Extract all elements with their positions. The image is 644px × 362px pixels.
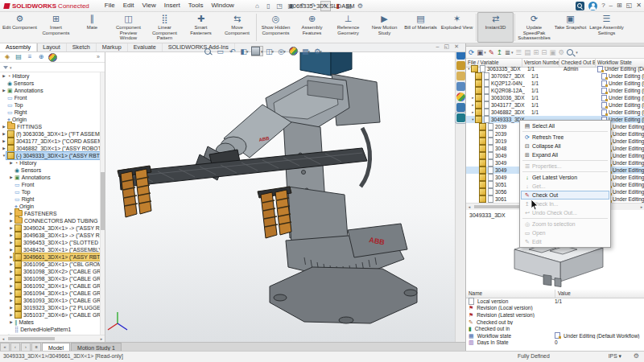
appearances-scenes-tab-icon[interactable]: [456, 93, 465, 101]
zoom-to-area-button[interactable]: ▭: [215, 46, 225, 56]
tree-item[interactable]: ▶3061093_3DX<1> ("CABLE GROMME: [0, 297, 101, 304]
menu-window[interactable]: Window: [207, 0, 237, 11]
tree-item[interactable]: ▶3061096_3DX<1> ("CBL GROMMET F: [0, 261, 101, 268]
end-effector-beam[interactable]: [119, 148, 367, 190]
insert-components-button[interactable]: ⊞Insert Components: [38, 12, 74, 43]
restore-icon[interactable]: ◱: [626, 1, 633, 10]
menu-file[interactable]: File: [101, 0, 119, 11]
search-tool-button[interactable]: ▾: [567, 47, 578, 57]
configurationmanager-tab-icon[interactable]: ≡: [26, 53, 34, 61]
tree-item[interactable]: ⣿DerivedHolePattern1: [0, 326, 101, 333]
tree-item[interactable]: ▶▣Annotations: [0, 174, 101, 181]
tree-item[interactable]: ▶3049661_3DX<1> ("ASSY RBT EX600: [0, 253, 101, 261]
zoom-to-fit-button[interactable]: [203, 46, 213, 56]
update-speedpak-button[interactable]: ⟳Update SpeedPak Subassemblies: [516, 12, 552, 43]
new-document-icon[interactable]: ▯: [264, 2, 273, 10]
tree-item[interactable]: ▼(-) 3049333_3DX<1> ("ASSY RBT EX600 C: [0, 152, 101, 159]
tree-item[interactable]: ▭Top: [0, 188, 101, 195]
displaymanager-tab-icon[interactable]: [48, 53, 56, 61]
tree-item[interactable]: ▶3051037_3DX<6> ("CABLE GROMME: [0, 311, 101, 319]
tree-item[interactable]: ◉Sensors: [0, 80, 101, 87]
tree-item[interactable]: ▶◔History: [0, 72, 101, 80]
gripper-right[interactable]: [258, 187, 291, 238]
tree-item[interactable]: ▶◔History: [0, 159, 101, 167]
reference-geometry-button[interactable]: ⊥Reference Geometry: [330, 12, 366, 43]
apply-scene-button[interactable]: ▦▾: [301, 46, 312, 56]
robot-column[interactable]: [283, 121, 348, 245]
tree-item[interactable]: ▶(f) 3063036_3DX<1> ("FT ASSEMBLY ROB: [0, 130, 101, 138]
tree-item[interactable]: ▶3048426_3DX<1> ("ASSEMBLY ROBO: [0, 246, 101, 253]
view-palette-tab-icon[interactable]: [456, 82, 465, 91]
menu-item-select-all[interactable]: ▤Select All: [521, 121, 609, 130]
tab-sketch[interactable]: Sketch: [67, 43, 97, 51]
tree-item[interactable]: ⌖Origin: [0, 116, 101, 123]
pdm-file-row[interactable]: 3070927_3DX ...1/1Under Editing (Default…: [466, 72, 644, 80]
tree-horizontal-scrollbar[interactable]: ◂ ▸: [0, 335, 105, 342]
pdm-file-row[interactable]: ▸3043177_3DX ...1/1Under Editing (Defaul…: [466, 101, 644, 109]
tree-item[interactable]: ▭Top: [0, 101, 101, 109]
solidworks-pdm-tab-icon[interactable]: [456, 113, 465, 122]
home-icon[interactable]: ⌂: [253, 2, 262, 10]
tab-markup[interactable]: Markup: [97, 43, 128, 51]
minimize-icon[interactable]: –: [609, 1, 613, 10]
edit-component-button[interactable]: ⚙Edit Component: [2, 12, 38, 43]
options-icon[interactable]: ⚙: [356, 2, 365, 10]
scroll-right-icon[interactable]: ▸: [638, 204, 644, 209]
tab-evaluate[interactable]: Evaluate: [128, 43, 163, 51]
copy-button[interactable]: ▣▾: [477, 47, 486, 57]
user-avatar[interactable]: [588, 2, 597, 10]
tree-item[interactable]: ▭Right: [0, 109, 101, 116]
section-view-button[interactable]: ◧▾: [239, 46, 250, 56]
pdm-file-row[interactable]: ▾3063335_3DX (A1/1AdminUnder Editing (De…: [466, 65, 644, 72]
previous-view-button[interactable]: ↶: [227, 46, 237, 56]
pdm-file-row[interactable]: ▸3063036_3DX ...1/1Under Editing (Defaul…: [466, 94, 644, 101]
scroll-right-icon[interactable]: ▸: [98, 336, 105, 341]
scroll-left-icon[interactable]: ◂: [0, 336, 6, 341]
status-options-icon[interactable]: ⚙: [634, 352, 639, 361]
menu-item-refresh-tree[interactable]: ⟳Refresh Tree: [521, 133, 609, 142]
component-preview-window-button[interactable]: ◫Component Preview Window: [110, 12, 147, 43]
new-motion-study-button[interactable]: ▶New Motion Study: [366, 12, 402, 43]
pdm-file-row[interactable]: KQ2P12-04N_...1/1Under Editing (Default …: [466, 80, 644, 87]
display-style-button[interactable]: ◫▾: [265, 46, 275, 56]
menu-item-get-latest-version[interactable]: ↓Get Latest Version: [521, 173, 609, 182]
search-icon[interactable]: [576, 2, 584, 10]
custom-properties-tab-icon[interactable]: [456, 103, 465, 112]
tree-item[interactable]: ▶3061094_3DX<1> ("CABLE GROMME: [0, 290, 101, 297]
view-settings-button[interactable]: ⚙▾: [313, 46, 324, 56]
tree-item[interactable]: ▭Front: [0, 181, 101, 188]
tree-item[interactable]: ▶3049638_3DX<1> -> ("ASSY RBT EX: [0, 232, 101, 239]
pdm-file-row[interactable]: KQ2R08-12A_...1/1Under Editing (Default …: [466, 87, 644, 94]
menu-edit[interactable]: Edit: [119, 0, 138, 11]
tree-view-button[interactable]: ≣▾: [505, 47, 514, 57]
tree-item[interactable]: ▶FITTINGS: [0, 123, 101, 130]
tree-filter[interactable]: ▾: [0, 63, 105, 72]
dimxpertmanager-tab-icon[interactable]: ⊕: [37, 53, 45, 61]
linear-component-pattern-button[interactable]: ⣿Linear Component Pattern: [147, 12, 183, 43]
move-component-button[interactable]: ⇆Move Component: [219, 12, 255, 43]
close-icon[interactable]: ✕: [636, 1, 642, 10]
graphics-viewport[interactable]: ABB ABB: [105, 51, 455, 342]
menu-insert[interactable]: Insert: [160, 0, 184, 11]
smart-fasteners-button[interactable]: ✚Smart Fasteners: [183, 12, 219, 43]
tree-item[interactable]: ▶3049024_3DX<1> -> ("ASSY RBT EX: [0, 224, 101, 232]
take-snapshot-button[interactable]: ▣Take Snapshot: [552, 12, 588, 43]
instant3d-button[interactable]: ⇄Instant3D: [477, 12, 514, 43]
scroll-left-icon[interactable]: ◂: [466, 204, 473, 209]
show-hidden-components-button[interactable]: ◎Show Hidden Components: [258, 12, 294, 43]
fm-chevron-icon[interactable]: »: [97, 54, 100, 60]
open-icon[interactable]: ◳: [275, 2, 284, 10]
tree-item[interactable]: ▶CONNECTORS AND TUBING: [0, 217, 101, 224]
edit-appearance-button[interactable]: [289, 46, 299, 56]
help-icon[interactable]: ?: [601, 1, 605, 10]
pdm-file-row[interactable]: ▸3046882_3DX ...1/1Under Editing (Defaul…: [466, 109, 644, 116]
mate-button[interactable]: ∥Mate: [74, 12, 110, 43]
check-out-tool-button[interactable]: ✎: [489, 47, 494, 57]
propertymanager-tab-icon[interactable]: ▤: [14, 53, 23, 61]
tree-item[interactable]: ◉Sensors: [0, 167, 101, 174]
assembly-features-button[interactable]: ⊕Assembly Features: [294, 12, 330, 43]
large-assembly-settings-button[interactable]: ☰Large Assembly Settings: [588, 12, 625, 43]
tree-item[interactable]: ▭Right: [0, 195, 101, 203]
menu-item-expand-all[interactable]: ⊞Expand All: [521, 150, 609, 159]
tree-vertical-scrollbar[interactable]: [100, 72, 105, 335]
